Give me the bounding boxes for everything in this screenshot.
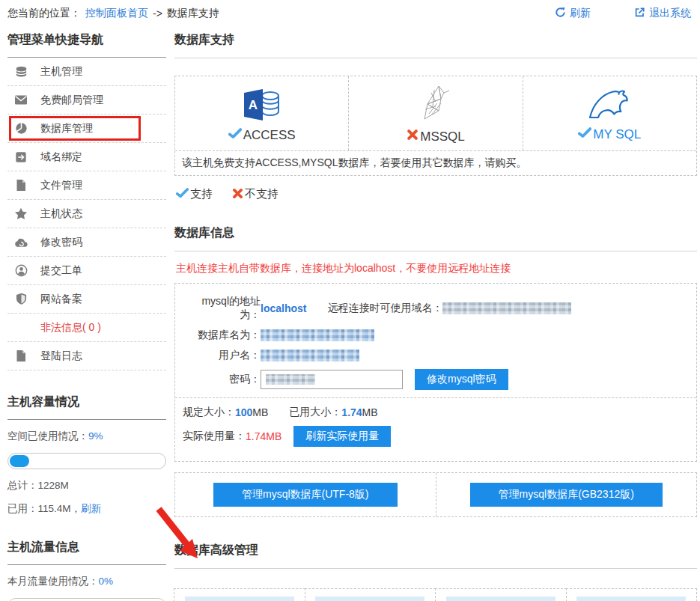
- capacity-section: 主机容量情况 空间已使用情况：9% 总计：1228M 已用：115.4M，刷新: [7, 387, 166, 516]
- password-redacted: [266, 374, 315, 385]
- traffic-title: 主机流量信息: [7, 532, 166, 565]
- address-row: mysql的地址为： localhost 远程连接时可使用域名：: [183, 295, 689, 322]
- actual-usage-row: 实际使用量： 1.74MB 刷新实际使用量: [183, 426, 689, 447]
- traffic-usage-line: 本月流量使用情况：0%: [7, 575, 166, 588]
- quota-row: 规定大小： 100MB 已用大小： 1.74MB: [183, 406, 689, 419]
- refresh-usage-button[interactable]: 刷新实际使用量: [293, 426, 391, 447]
- access-label: ACCESS: [228, 128, 296, 143]
- capacity-used-line: 已用：115.4M，刷新: [7, 502, 166, 516]
- dbname-row: 数据库名为：: [183, 329, 689, 342]
- change-mysql-password-button[interactable]: 修改mysql密码: [415, 369, 508, 390]
- mssql-logo: [416, 84, 455, 125]
- sidebar-item-change-password[interactable]: 修改密码: [7, 228, 166, 257]
- remote-domain-redacted: [442, 302, 571, 314]
- password-input[interactable]: [261, 370, 403, 389]
- capacity-refresh-link[interactable]: 刷新: [81, 503, 101, 514]
- info-warning: 主机连接主机自带数据库，连接地址为localhost，不要使用远程地址连接: [176, 262, 697, 275]
- sidebar-nav-title: 管理菜单快捷导航: [7, 25, 166, 58]
- breadcrumb-bar: 您当前的位置： 控制面板首页 -> 数据库支持 刷新 退出系统: [0, 0, 700, 25]
- sidebar-menu: 主机管理 免费邮局管理 数据库管理 域名绑定 文件管理: [7, 58, 166, 370]
- check-icon: [228, 128, 242, 143]
- traffic-usage-value: 0%: [99, 576, 114, 587]
- username-row: 用户名：: [183, 349, 689, 362]
- file-icon: [13, 179, 28, 192]
- file-icon: [13, 350, 28, 363]
- mssql-label: MSSQL: [407, 129, 465, 144]
- sidebar-item-website-filing[interactable]: 网站备案: [7, 285, 166, 314]
- database-icon: [13, 65, 28, 79]
- mysql-logo: [582, 87, 636, 123]
- cross-icon: [407, 129, 419, 144]
- sidebar-item-label: 免费邮局管理: [40, 94, 103, 107]
- sidebar-item-label: 数据库管理: [40, 122, 93, 135]
- support-note: 该主机免费支持ACCESS,MYSQL数据库，若要使用其它数据库，请购买。: [175, 150, 696, 175]
- capacity-usage-value: 9%: [88, 430, 103, 442]
- sidebar-item-label: 主机管理: [40, 65, 82, 79]
- access-logo: A: [241, 86, 283, 124]
- breadcrumb-current: 数据库支持: [167, 7, 219, 20]
- sidebar-item-illegal-info[interactable]: 非法信息( 0 ): [7, 314, 166, 342]
- divider: [175, 397, 696, 398]
- exit-link[interactable]: 退出系统: [634, 7, 691, 20]
- manage-mysql-utf8-button[interactable]: 管理mysql数据库(UTF-8版): [213, 483, 398, 507]
- check-icon: [176, 188, 189, 201]
- capacity-progress-fill: [10, 455, 29, 467]
- shield-icon: [13, 293, 28, 306]
- sidebar: 管理菜单快捷导航 主机管理 免费邮局管理 数据库管理 域名绑定: [0, 25, 174, 601]
- capacity-usage-line: 空间已使用情况：9%: [7, 430, 166, 443]
- database-name-redacted: [261, 329, 374, 341]
- manage-buttons-box: 管理mysql数据库(UTF-8版) 管理mysql数据库(GB2312版): [174, 472, 697, 517]
- breadcrumb-home-link[interactable]: 控制面板首页: [85, 7, 148, 20]
- mail-icon: [13, 94, 28, 107]
- sidebar-item-label: 提交工单: [40, 264, 82, 278]
- arrow-right-icon: [13, 150, 28, 164]
- support-legend: 支持 不支持: [176, 187, 697, 201]
- refresh-link[interactable]: 刷新: [555, 7, 591, 20]
- sidebar-item-label: 登陆日志: [40, 350, 82, 363]
- advanced-grid: 备份mysql数据库 恢复mysql数据库 清空Mysql数据库 修复Mysql…: [174, 588, 697, 601]
- quota-value: 100: [235, 406, 252, 418]
- user-icon: [13, 264, 28, 278]
- mysql-cell: MY SQL: [523, 76, 696, 150]
- empty-mysql-button[interactable]: 清空Mysql数据库: [446, 597, 556, 601]
- page: 您当前的位置： 控制面板首页 -> 数据库支持 刷新 退出系统 管理菜单快捷导航…: [0, 0, 700, 601]
- check-icon: [578, 127, 591, 142]
- repair-mysql-button[interactable]: 修复Mysql数据表: [576, 597, 686, 601]
- info-title: 数据库信息: [174, 218, 697, 251]
- mysql-label: MY SQL: [578, 127, 641, 142]
- mssql-cell: MSSQL: [348, 76, 522, 150]
- database-info-box: mysql的地址为： localhost 远程连接时可使用域名： 数据库名为： …: [174, 283, 697, 462]
- star-icon: [13, 207, 28, 221]
- pie-chart-icon: [13, 122, 28, 135]
- sidebar-item-submit-ticket[interactable]: 提交工单: [7, 257, 166, 285]
- manage-mysql-gb2312-button[interactable]: 管理mysql数据库(GB2312版): [470, 483, 663, 507]
- support-title: 数据库支持: [174, 25, 697, 58]
- sidebar-item-domain-binding[interactable]: 域名绑定: [7, 143, 166, 171]
- database-support-table: A ACCESS: [174, 76, 697, 176]
- sidebar-item-file-management[interactable]: 文件管理: [7, 171, 166, 200]
- cross-icon: [232, 188, 243, 201]
- sidebar-item-host-status[interactable]: 主机状态: [7, 200, 166, 228]
- advanced-title: 数据库高级管理: [174, 535, 697, 569]
- actual-usage-value: 1.74MB: [246, 430, 281, 442]
- svg-text:A: A: [249, 98, 258, 112]
- main-content: 数据库支持 A: [174, 25, 700, 601]
- mysql-address-value: localhost: [261, 302, 306, 314]
- breadcrumb-label: 您当前的位置：: [7, 7, 81, 20]
- refresh-icon: [555, 7, 566, 20]
- exit-icon: [634, 7, 645, 20]
- sidebar-item-free-mail[interactable]: 免费邮局管理: [7, 86, 166, 115]
- sidebar-item-label: 网站备案: [40, 293, 82, 306]
- sidebar-item-database-management[interactable]: 数据库管理: [7, 115, 166, 143]
- sidebar-item-host-management[interactable]: 主机管理: [7, 58, 166, 86]
- sidebar-item-label: 域名绑定: [40, 150, 82, 164]
- sidebar-item-login-log[interactable]: 登陆日志: [7, 342, 166, 370]
- backup-mysql-button[interactable]: 备份mysql数据库: [185, 597, 294, 601]
- capacity-title: 主机容量情况: [7, 387, 166, 420]
- traffic-progress-bar: [7, 598, 166, 601]
- cloud-sync-icon: [13, 236, 28, 249]
- username-redacted: [261, 350, 359, 361]
- capacity-progress-bar: [7, 453, 166, 469]
- sidebar-item-label: 主机状态: [40, 207, 82, 221]
- restore-mysql-button[interactable]: 恢复mysql数据库: [315, 597, 424, 601]
